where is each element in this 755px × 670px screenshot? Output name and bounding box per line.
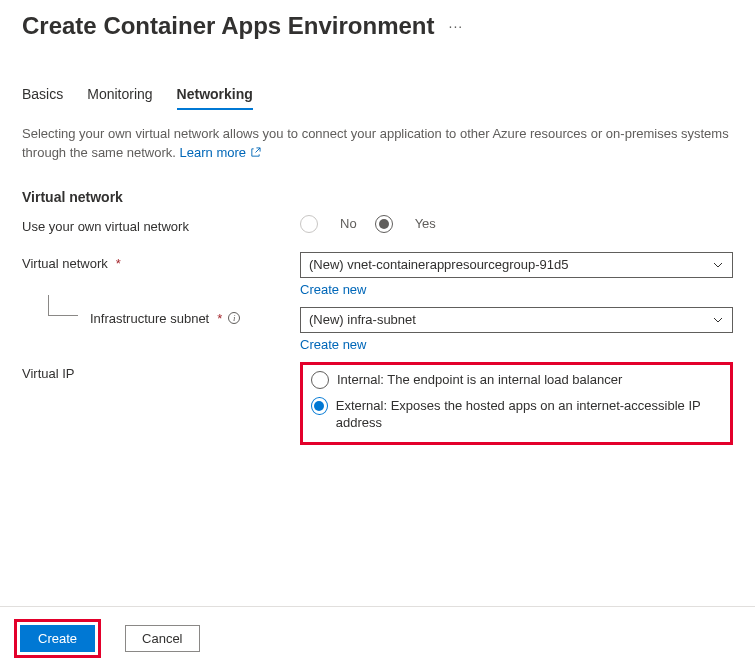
info-icon[interactable]: i (228, 312, 240, 324)
use-vnet-no-radio[interactable] (300, 215, 318, 233)
more-icon[interactable]: ··· (449, 18, 464, 34)
vnet-select[interactable]: (New) vnet-containerappresourcegroup-91d… (300, 252, 733, 278)
page-title: Create Container Apps Environment (22, 12, 435, 40)
virtual-ip-label: Virtual IP (22, 362, 300, 381)
virtual-network-heading: Virtual network (22, 189, 733, 205)
vnet-label: Virtual network (22, 256, 108, 271)
vip-internal-radio[interactable] (311, 371, 329, 389)
intro-text: Selecting your own virtual network allow… (22, 125, 733, 163)
use-vnet-no-label: No (340, 216, 357, 231)
chevron-down-icon (712, 259, 724, 271)
intro-copy: Selecting your own virtual network allow… (22, 126, 729, 160)
external-link-icon (250, 145, 261, 160)
subnet-select-value: (New) infra-subnet (309, 312, 416, 327)
learn-more-link[interactable]: Learn more (180, 145, 261, 160)
tabs: Basics Monitoring Networking (0, 86, 755, 111)
tab-networking[interactable]: Networking (177, 86, 253, 110)
tab-basics[interactable]: Basics (22, 86, 63, 110)
cancel-button[interactable]: Cancel (125, 625, 199, 652)
create-button[interactable]: Create (20, 625, 95, 652)
use-vnet-yes-label: Yes (415, 216, 436, 231)
use-vnet-yes-radio[interactable] (375, 215, 393, 233)
chevron-down-icon (712, 314, 724, 326)
vip-external-label: External: Exposes the hosted apps on an … (336, 397, 718, 432)
tab-monitoring[interactable]: Monitoring (87, 86, 152, 110)
vnet-create-new-link[interactable]: Create new (300, 282, 366, 297)
subnet-label: Infrastructure subnet (90, 311, 209, 326)
required-indicator: * (217, 311, 222, 326)
vip-internal-label: Internal: The endpoint is an internal lo… (337, 371, 622, 389)
vnet-select-value: (New) vnet-containerappresourcegroup-91d… (309, 257, 568, 272)
use-own-vnet-label: Use your own virtual network (22, 215, 300, 234)
subnet-select[interactable]: (New) infra-subnet (300, 307, 733, 333)
required-indicator: * (116, 256, 121, 271)
create-button-highlight: Create (14, 619, 101, 658)
vip-external-radio[interactable] (311, 397, 328, 415)
learn-more-label: Learn more (180, 145, 246, 160)
virtual-ip-options-highlight: Internal: The endpoint is an internal lo… (300, 362, 733, 445)
subnet-create-new-link[interactable]: Create new (300, 337, 366, 352)
footer: Create Cancel (0, 606, 755, 670)
